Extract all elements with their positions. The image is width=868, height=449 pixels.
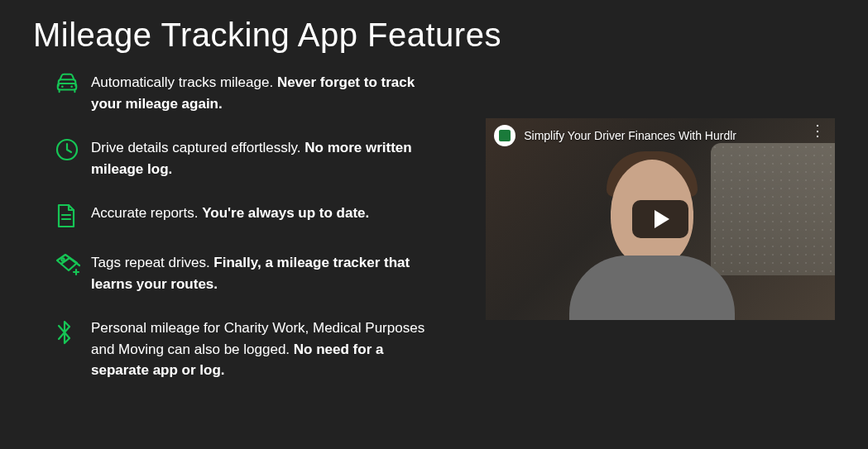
- feature-text: Personal mileage for Charity Work, Medic…: [91, 318, 469, 381]
- feature-item: Personal mileage for Charity Work, Medic…: [33, 318, 469, 381]
- video-player[interactable]: Simplify Your Driver Finances With Hurdl…: [486, 118, 835, 320]
- page-title: Mileage Tracking App Features: [33, 17, 835, 54]
- channel-avatar-icon[interactable]: [494, 125, 516, 146]
- feature-normal-text: Automatically tracks mileage.: [91, 74, 277, 90]
- feature-item: Accurate reports. You're always up to da…: [33, 203, 469, 229]
- feature-item: Tags repeat drives. Finally, a mileage t…: [33, 252, 469, 294]
- features-list: Automatically tracks mileage. Never forg…: [33, 72, 469, 404]
- car-icon: [33, 72, 91, 95]
- svg-rect-0: [58, 84, 77, 90]
- document-icon: [33, 203, 91, 229]
- video-title[interactable]: Simplify Your Driver Finances With Hurdl…: [524, 129, 736, 142]
- svg-point-2: [70, 85, 73, 88]
- feature-text: Tags repeat drives. Finally, a mileage t…: [91, 252, 469, 294]
- feature-text: Automatically tracks mileage. Never forg…: [91, 72, 469, 114]
- svg-point-1: [61, 85, 64, 88]
- video-play-button[interactable]: [632, 200, 688, 238]
- feature-item: Automatically tracks mileage. Never forg…: [33, 72, 469, 114]
- feature-item: Drive details captured effortlessly. No …: [33, 137, 469, 179]
- bluetooth-icon: [33, 318, 91, 347]
- feature-bold-text: You're always up to date.: [202, 205, 369, 221]
- feature-normal-text: Tags repeat drives.: [91, 255, 213, 270]
- play-icon: [655, 210, 669, 228]
- feature-text: Drive details captured effortlessly. No …: [91, 137, 469, 179]
- clock-icon: [33, 137, 91, 162]
- svg-point-8: [61, 258, 64, 260]
- feature-normal-text: Drive details captured effortlessly.: [91, 140, 305, 155]
- video-more-icon[interactable]: ⋮: [810, 127, 825, 135]
- feature-text: Accurate reports. You're always up to da…: [91, 203, 394, 224]
- tag-icon: [33, 252, 91, 277]
- feature-normal-text: Accurate reports.: [91, 205, 202, 221]
